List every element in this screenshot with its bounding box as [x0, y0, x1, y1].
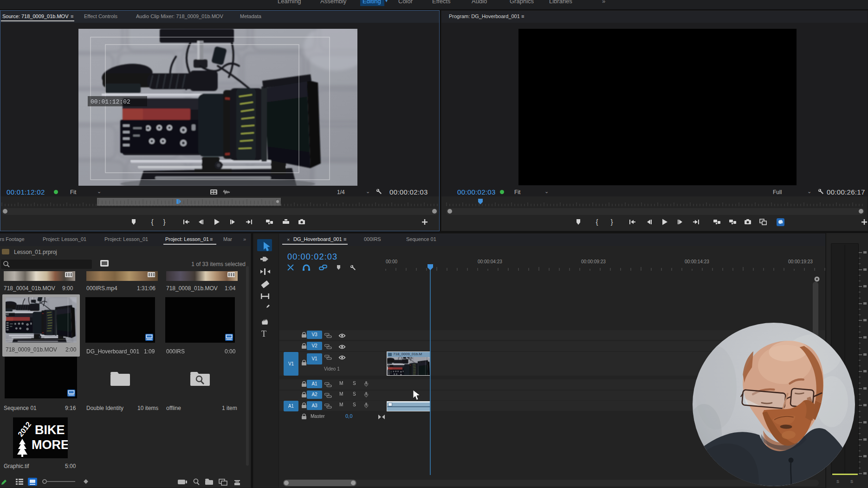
- svg-text:}: }: [611, 218, 613, 226]
- svg-text:00:00:04:23: 00:00:04:23: [478, 259, 502, 264]
- svg-text:00:00: 00:00: [386, 259, 397, 264]
- svg-text:}: }: [163, 218, 166, 226]
- svg-text:00:00:19:23: 00:00:19:23: [788, 259, 813, 264]
- svg-text:{: {: [151, 218, 154, 226]
- svg-text:00:00:09:23: 00:00:09:23: [581, 259, 606, 264]
- svg-text:00:00:14:23: 00:00:14:23: [685, 259, 709, 264]
- svg-text:MORE: MORE: [32, 438, 68, 452]
- svg-text:T: T: [261, 329, 266, 338]
- svg-text:BIKE: BIKE: [35, 423, 65, 437]
- svg-text:{: {: [596, 218, 598, 226]
